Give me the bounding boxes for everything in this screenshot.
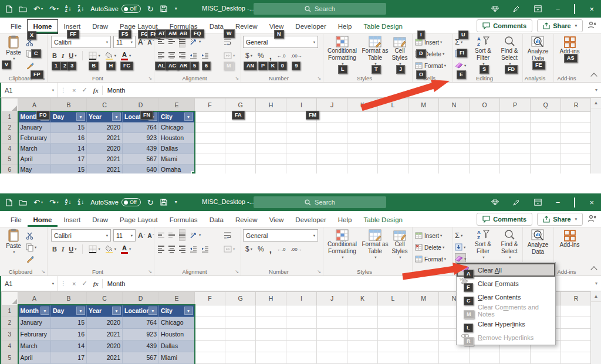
tab-view[interactable]: View [264, 213, 290, 227]
tab-page-layout[interactable]: Page Layout [114, 213, 164, 227]
empty-cell[interactable] [317, 340, 347, 352]
cell[interactable]: 764 [123, 122, 159, 132]
cell[interactable]: 14 [51, 143, 87, 154]
empty-cell[interactable] [195, 122, 225, 132]
italic-button[interactable]: 2 I [62, 50, 64, 62]
cell[interactable]: 923 [123, 132, 159, 143]
comma-style-button[interactable]: K , [269, 243, 272, 255]
people-icon[interactable] [588, 21, 596, 31]
people-icon[interactable] [588, 214, 596, 224]
column-header-f[interactable]: F [195, 98, 225, 112]
italic-button[interactable]: 2 I [62, 243, 64, 255]
select-all-corner[interactable] [2, 98, 18, 112]
empty-cell[interactable] [317, 132, 347, 143]
increase-decimal-button[interactable]: 0 ←.0 [277, 50, 286, 62]
number-dialog-launcher-icon[interactable]: ↘ [317, 269, 321, 274]
empty-cell[interactable] [286, 154, 317, 164]
search-box[interactable]: Search [254, 196, 386, 208]
empty-cell[interactable] [439, 154, 470, 164]
cell[interactable]: March [18, 143, 51, 154]
tab-help[interactable]: Help [332, 213, 358, 227]
cell[interactable]: 439 [123, 340, 159, 352]
select-all-corner[interactable] [2, 292, 18, 305]
increase-indent-button[interactable]: 6 [201, 50, 209, 62]
empty-cell[interactable] [256, 143, 286, 154]
empty-cell[interactable] [408, 111, 439, 122]
repeat-button[interactable]: ↻ [147, 199, 154, 206]
insert-function-icon[interactable]: fx [93, 87, 99, 94]
empty-cell[interactable] [256, 132, 286, 143]
vertical-scrollbar[interactable]: ▲ [590, 291, 601, 364]
cell[interactable]: Chicago [159, 317, 195, 328]
align-left-button[interactable]: AL [158, 50, 164, 62]
name-box[interactable]: A1 ▾ [1, 83, 58, 97]
empty-cell[interactable] [531, 164, 561, 174]
filter-dropdown-icon[interactable]: ▼ [148, 307, 157, 315]
search-box[interactable]: Search [254, 3, 386, 15]
row-header-5[interactable]: 5 [2, 352, 18, 363]
font-color-button[interactable]: FC A ▾ [121, 243, 131, 255]
empty-cell[interactable] [347, 154, 378, 164]
empty-cell[interactable] [378, 305, 408, 317]
conditional-formatting-button[interactable]: L Conditional Formatting ▾ [324, 229, 360, 260]
align-right-button[interactable]: AR [179, 243, 185, 255]
tab-home[interactable]: Home [28, 213, 58, 227]
empty-cell[interactable] [347, 340, 378, 352]
borders-button[interactable]: B ▾ [89, 50, 100, 62]
analyze-data-button[interactable]: FE Analyze Data [524, 229, 552, 256]
column-header-j[interactable]: J [317, 98, 347, 112]
empty-cell[interactable] [195, 328, 225, 340]
column-header-o[interactable]: O [470, 98, 500, 112]
empty-cell[interactable] [470, 352, 500, 363]
tab-developer[interactable]: Developer [289, 213, 332, 227]
empty-cell[interactable] [378, 328, 408, 340]
addins-button[interactable]: AS Add-ins [556, 36, 583, 55]
close-button[interactable]: × [589, 5, 594, 13]
decrease-decimal-button[interactable]: 9 .00→ [291, 50, 302, 62]
decrease-decimal-button[interactable]: 9 .00→ [291, 243, 302, 255]
number-format-combo[interactable]: N General▾ [243, 36, 318, 48]
empty-cell[interactable] [500, 164, 531, 174]
column-header-b[interactable]: B [51, 292, 87, 305]
empty-cell[interactable] [378, 164, 408, 174]
column-header-a[interactable]: A [18, 98, 51, 112]
empty-cell[interactable] [256, 122, 286, 132]
empty-cell[interactable] [378, 143, 408, 154]
empty-cell[interactable] [408, 164, 439, 174]
table-header-cell[interactable]: Day▼ [51, 305, 87, 317]
tab-data[interactable]: Data [204, 213, 229, 227]
font-name-combo[interactable]: FF Calibri▾ [51, 36, 111, 48]
scroll-up-icon[interactable]: ▲ [591, 98, 601, 108]
cell-styles-button[interactable]: J Cell Styles ▾ [389, 36, 411, 66]
empty-cell[interactable] [500, 132, 531, 143]
table-header-cell[interactable]: City▼ [159, 305, 195, 317]
qat-customize-button[interactable]: ▾ [174, 200, 177, 205]
vertical-scrollbar[interactable]: ▲ [590, 98, 601, 174]
empty-cell[interactable] [256, 352, 286, 363]
empty-cell[interactable] [561, 132, 592, 143]
cell[interactable]: 923 [123, 328, 159, 340]
empty-cell[interactable] [225, 143, 256, 154]
comma-style-button[interactable]: K , [269, 50, 272, 62]
cell[interactable]: 2020 [87, 143, 123, 154]
empty-cell[interactable] [256, 317, 286, 328]
table-header-cell[interactable]: City▼ [159, 111, 195, 122]
filter-dropdown-icon[interactable]: ▼ [184, 307, 193, 315]
cell[interactable]: 2021 [87, 132, 123, 143]
minimize-button[interactable]: − [556, 5, 561, 13]
open-folder-icon[interactable] [19, 6, 27, 12]
fill-handle[interactable] [191, 171, 195, 174]
empty-cell[interactable] [347, 352, 378, 363]
cell[interactable]: Dallas [159, 340, 195, 352]
find-select-button[interactable]: FD Find & Select ▾ [497, 229, 522, 260]
find-select-button[interactable]: FD Find & Select ▾ [497, 36, 522, 66]
orientation-button[interactable]: FQ ▾ [190, 229, 201, 241]
cell[interactable]: 16 [51, 328, 87, 340]
middle-align-button[interactable]: AM [168, 36, 175, 47]
sort-za-button[interactable]: ZA↓ [78, 5, 85, 13]
collapse-ribbon-button[interactable] [590, 73, 597, 79]
table-header-cell[interactable]: Day▼ [51, 111, 87, 122]
paste-button[interactable]: V Paste ▾ [4, 229, 23, 254]
empty-cell[interactable] [561, 164, 592, 174]
empty-cell[interactable] [408, 352, 439, 363]
